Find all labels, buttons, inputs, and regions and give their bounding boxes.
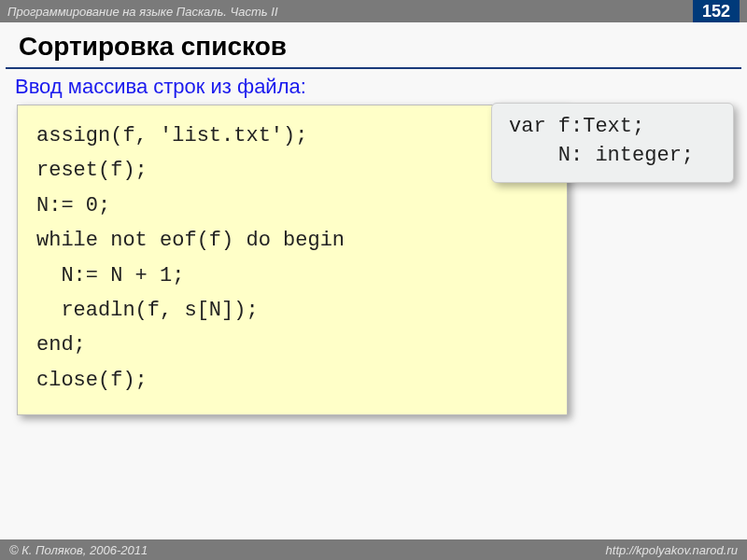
code-line: readln(f, s[N]); [36,293,548,328]
code-line: N:= 0; [36,189,548,223]
code-line: reset(f); [36,153,548,188]
var-line: var f:Text; [509,113,716,142]
code-line: N:= N + 1; [36,259,548,293]
footer-url: http://kpolyakov.narod.ru [606,543,738,557]
slide-header: Программирование на языке Паскаль. Часть… [0,0,747,22]
content-area: assign(f, 'list.txt'); reset(f); N:= 0; … [0,105,747,415]
slide-title: Сортировка списков [6,22,741,69]
page-number: 152 [693,0,740,22]
course-title: Программирование на языке Паскаль. Часть… [7,5,278,19]
code-line: while not eof(f) do begin [36,223,548,258]
code-block-var: var f:Text; N: integer; [491,103,734,183]
code-line: assign(f, 'list.txt'); [36,119,548,153]
var-line: N: integer; [509,142,716,171]
copyright-text: © К. Поляков, 2006-2011 [9,543,148,557]
slide-footer: © К. Поляков, 2006-2011 http://kpolyakov… [0,539,747,560]
code-line: end; [36,328,548,362]
code-block-main: assign(f, 'list.txt'); reset(f); N:= 0; … [17,105,568,415]
code-line: close(f); [36,363,548,398]
